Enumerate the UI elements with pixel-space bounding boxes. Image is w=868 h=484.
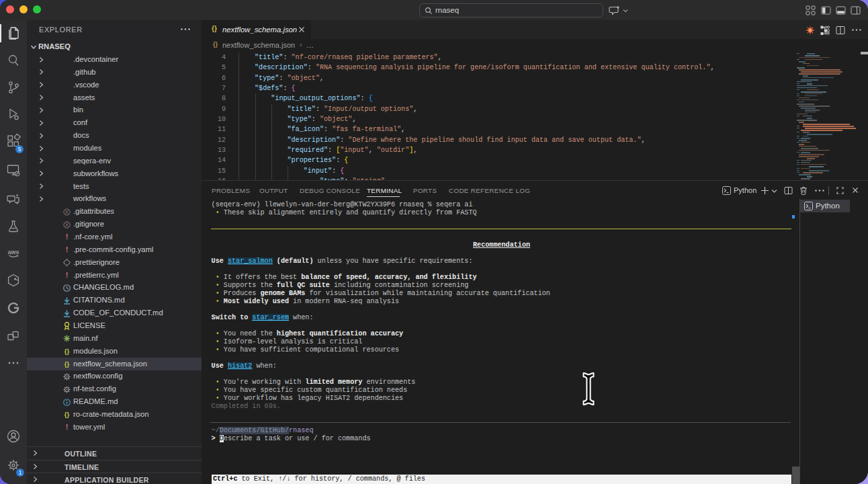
svg-text:aws: aws: [7, 249, 19, 255]
